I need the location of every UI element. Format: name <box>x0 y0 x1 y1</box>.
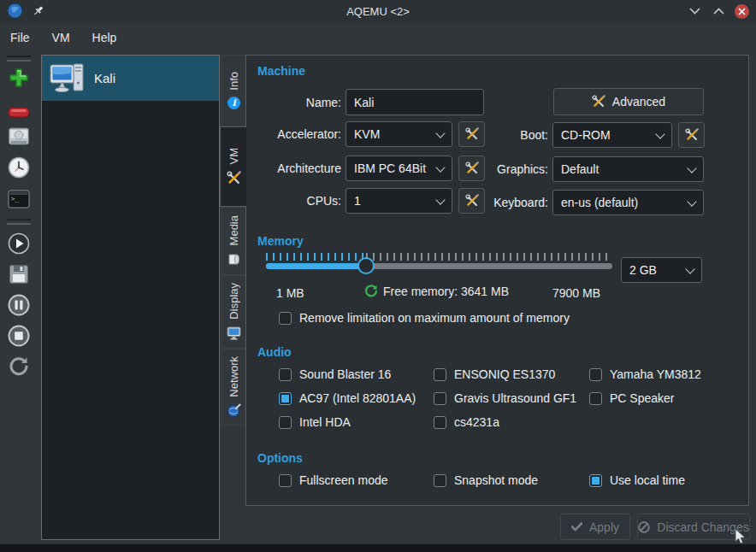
tab-vm[interactable]: VM <box>220 126 246 207</box>
chevron-down-icon <box>688 166 695 173</box>
options-heading: Options <box>257 451 303 465</box>
memory-max-label: 7900 MB <box>552 286 600 300</box>
menu-file[interactable]: File <box>10 31 30 44</box>
refresh-icon[interactable] <box>8 355 30 378</box>
remove-vm-minus-icon[interactable] <box>8 102 30 124</box>
memory-limit-checkbox[interactable] <box>279 312 292 325</box>
add-vm-plus-icon[interactable] <box>8 67 30 89</box>
memory-slider[interactable] <box>266 253 612 275</box>
computer-icon <box>50 62 86 96</box>
slider-handle[interactable] <box>357 257 375 274</box>
name-input[interactable] <box>346 89 484 115</box>
audio-checkbox-row[interactable]: Intel HDA <box>279 415 434 429</box>
memory-limit-checkbox-row[interactable]: Remove limitation on maximum amount of m… <box>279 311 570 325</box>
memory-heading: Memory <box>257 234 304 248</box>
info-circle-icon: i <box>227 97 240 109</box>
terminal-icon[interactable]: >_ <box>8 188 30 210</box>
app-logo-icon <box>7 3 23 19</box>
option-checkbox-row[interactable]: Snapshot mode <box>434 473 589 487</box>
audio-checkbox-row[interactable]: AC97 (Intel 82801AA) <box>279 391 434 405</box>
accelerator-label: Accelerator: <box>246 127 341 141</box>
toolbar-separator <box>7 219 31 225</box>
window-title: AQEMU <2> <box>0 5 756 18</box>
checkbox[interactable] <box>589 392 602 405</box>
stop-icon[interactable] <box>8 325 30 347</box>
boot-label: Boot: <box>486 128 548 142</box>
check-icon <box>571 522 582 531</box>
maximize-icon[interactable] <box>711 3 726 19</box>
menu-vm[interactable]: VM <box>52 31 70 44</box>
pin-icon[interactable] <box>32 4 44 18</box>
tab-network[interactable]: Network <box>221 349 245 426</box>
checkbox[interactable] <box>279 368 292 381</box>
window-bottom-edge <box>0 544 756 552</box>
cpus-tool-button[interactable] <box>458 188 485 214</box>
refresh-free-memory-icon[interactable] <box>364 285 378 298</box>
chevron-down-icon <box>657 132 664 138</box>
accelerator-tool-button[interactable] <box>458 121 485 147</box>
boot-select[interactable]: CD-ROM <box>552 122 672 148</box>
checkbox[interactable] <box>279 474 292 487</box>
menu-help[interactable]: Help <box>92 31 117 44</box>
memory-size-select[interactable]: 2 GB <box>621 257 702 283</box>
slider-ticks-active <box>266 253 366 261</box>
mouse-cursor <box>732 528 747 545</box>
architecture-tool-button[interactable] <box>458 156 485 181</box>
tab-display[interactable]: Display <box>221 275 245 349</box>
play-icon[interactable] <box>8 232 30 255</box>
vm-list-item-kali[interactable]: Kali <box>42 56 219 101</box>
toolbar: >_ <box>0 53 38 543</box>
vm-settings-panel: Machine Name: Advanced Accelerator: KVM … <box>245 55 749 506</box>
checkbox[interactable] <box>434 368 446 381</box>
toolbar-grip[interactable] <box>7 56 31 62</box>
audio-checkbox-row[interactable]: Gravis Ultrasound GF1 <box>434 391 589 405</box>
checkbox[interactable] <box>589 474 602 487</box>
keyboard-label: Keyboard: <box>486 196 548 209</box>
tab-media[interactable]: Media <box>221 207 245 275</box>
accelerator-select[interactable]: KVM <box>346 121 452 147</box>
minimize-icon[interactable] <box>687 3 702 19</box>
titlebar[interactable]: AQEMU <2> <box>0 0 756 22</box>
aqemu-window: AQEMU <2> File VM Help <box>0 0 756 552</box>
audio-checkbox-row[interactable]: ENSONIQ ES1370 <box>434 367 589 381</box>
close-icon[interactable] <box>735 4 749 19</box>
vm-name: Kali <box>94 71 115 85</box>
save-icon[interactable] <box>8 263 30 285</box>
graphics-label: Graphics: <box>486 162 548 176</box>
audio-checkbox-row[interactable]: cs4231a <box>434 415 589 429</box>
hard-disk-icon[interactable] <box>8 126 30 148</box>
cpus-select[interactable]: 1 <box>346 188 452 214</box>
option-checkbox-row[interactable]: Use local time <box>589 473 685 487</box>
tools-icon <box>226 170 241 185</box>
checkbox[interactable] <box>279 416 292 429</box>
audio-heading: Audio <box>257 345 292 359</box>
chevron-down-icon <box>437 165 444 172</box>
checkbox[interactable] <box>434 416 446 429</box>
vm-list[interactable]: Kali <box>41 55 220 540</box>
advanced-button[interactable]: Advanced <box>553 88 704 115</box>
tab-info[interactable]: Info i <box>221 55 245 126</box>
svg-text:>_: >_ <box>11 196 19 203</box>
checkbox[interactable] <box>279 392 292 405</box>
pause-icon[interactable] <box>8 294 30 316</box>
keyboard-select[interactable]: en-us (default) <box>552 190 704 215</box>
apply-button[interactable]: Apply <box>560 514 630 540</box>
architecture-select[interactable]: IBM PC 64Bit <box>346 156 452 181</box>
options-grid: Fullscreen mode Snapshot mode Use local … <box>279 473 685 487</box>
name-label: Name: <box>246 96 341 109</box>
option-checkbox-row[interactable]: Fullscreen mode <box>279 473 434 487</box>
audio-checkbox-row[interactable]: Yamaha YM3812 <box>589 367 701 381</box>
checkbox[interactable] <box>589 368 602 381</box>
audio-checkbox-row[interactable]: PC Speaker <box>589 391 701 405</box>
checkbox[interactable] <box>434 392 446 405</box>
graphics-select[interactable]: Default <box>552 156 704 182</box>
checkbox[interactable] <box>434 474 446 487</box>
audio-cards-grid: Sound Blaster 16 ENSONIQ ES1370 Yamaha Y… <box>279 367 701 429</box>
audio-checkbox-row[interactable]: Sound Blaster 16 <box>279 367 434 381</box>
disk-icon <box>227 251 242 267</box>
cancel-slash-icon <box>638 521 650 533</box>
chevron-down-icon <box>687 267 694 273</box>
boot-tool-button[interactable] <box>678 122 705 148</box>
architecture-label: Architecture <box>246 161 341 175</box>
clock-icon[interactable] <box>8 156 30 179</box>
